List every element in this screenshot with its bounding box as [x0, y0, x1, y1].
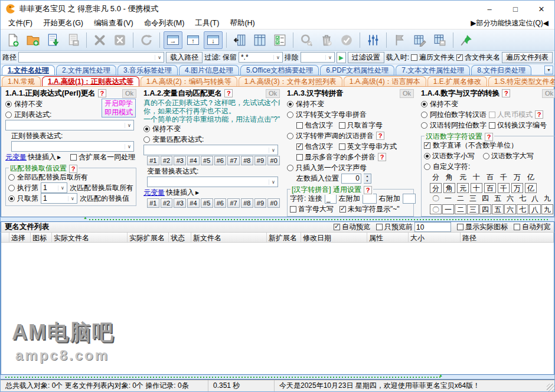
tab-ext-modify[interactable]: 1.E.扩展名修改 [427, 76, 487, 86]
horizontal-splitter[interactable]: ▲ [1, 217, 554, 222]
chevron-down-icon[interactable]: ∨ [125, 144, 133, 149]
chevron-down-icon[interactable]: ∨ [269, 148, 278, 153]
help-button[interactable]: ? [224, 89, 233, 97]
save-table-button[interactable] [430, 31, 449, 49]
include-ext-checkbox[interactable]: 含扩展名一同处理 [70, 152, 135, 162]
exclude-combo[interactable]: ∨ [301, 52, 335, 63]
chevron-down-icon[interactable]: ∨ [125, 123, 133, 128]
column-header-new-filename[interactable]: 新文件名 [191, 233, 267, 242]
checklist-button[interactable] [270, 31, 289, 49]
menu-tools[interactable]: 工具(T) [190, 17, 224, 30]
save-list-button[interactable] [64, 31, 83, 49]
traverse-folders-checkbox[interactable]: 遍历文件夹 [411, 53, 455, 63]
number-keep-radio[interactable]: 保持不变 [421, 99, 555, 109]
filter-settings-button[interactable]: 过滤设置 [348, 52, 384, 63]
column-header-path[interactable]: 路径 [461, 233, 554, 242]
unit-char-input[interactable]: 千 [498, 183, 510, 193]
unit-char-input[interactable]: 亿 [525, 183, 537, 193]
pinyin-first-letter-checkbox[interactable]: 只取首字母 [339, 120, 383, 130]
column-header-real-filename[interactable]: 实际文件名 [52, 233, 128, 242]
preview-count-input[interactable] [414, 222, 451, 232]
var-button-4[interactable]: #4 [187, 198, 200, 208]
column-header-modified-date[interactable]: 修改日期 [301, 233, 367, 242]
variable-match-combo[interactable]: ∨ [143, 145, 278, 155]
tab-office-summary[interactable]: 5.Office文档摘要处理 [240, 65, 319, 75]
tone-letter-string-checkbox[interactable]: 英文字母串方式 [339, 142, 397, 152]
path-combo[interactable]: ∨ [18, 52, 164, 63]
column-header-select[interactable]: 选择 [9, 233, 31, 242]
table-body[interactable]: AM电脑吧 ampc8.com [1, 243, 554, 374]
pinyin-initial-radio[interactable]: 只插入第一个汉字声母 [287, 162, 414, 173]
var-button-2[interactable]: #2 [161, 156, 173, 165]
var-button-7[interactable]: #7 [227, 198, 240, 208]
column-header-attributes[interactable]: 属性 [367, 233, 409, 242]
var-button-6[interactable]: #6 [214, 198, 227, 208]
menu-edit-view[interactable]: 编辑查看(V) [89, 17, 139, 30]
column-header-blank[interactable] [1, 233, 9, 242]
pin-button[interactable] [457, 31, 476, 49]
help-button[interactable]: ? [378, 153, 386, 161]
unit-char-input[interactable]: 角 [443, 183, 455, 193]
new-file-button[interactable] [4, 31, 22, 49]
help-button[interactable]: ? [376, 132, 384, 140]
digit-char-input[interactable]: 七 [517, 204, 528, 214]
ok-chip[interactable]: Ok [122, 89, 136, 98]
ok-chip[interactable]: Ok [266, 89, 280, 98]
connect-char-input[interactable] [325, 194, 337, 204]
flag-button[interactable] [390, 31, 409, 49]
digit-char-input[interactable]: 〇 [430, 204, 442, 214]
auto-column-width-checkbox[interactable]: 自动列宽 [514, 222, 550, 232]
variable-match-radio[interactable]: 变量匹配表达式: [143, 134, 280, 145]
chevron-down-icon[interactable]: ∨ [273, 55, 282, 60]
arab-to-cn-radio[interactable]: 阿拉伯数字转汉语 人民币模式 ? [421, 109, 555, 120]
add-folder-button[interactable] [24, 31, 43, 49]
close-button[interactable]: ✕ [528, 1, 554, 17]
preview-first-checkbox[interactable]: 只预览前 [376, 222, 451, 232]
take-count-combo[interactable]: 1 ∨ [41, 193, 77, 204]
cn-to-arab-radio[interactable]: 汉语转阿拉伯数字 仅转换汉字编号 [421, 120, 555, 130]
menu-rename[interactable]: 开始更名(G) [38, 17, 89, 30]
variable-keep-radio[interactable]: 保持不变 [143, 123, 280, 134]
var-button-4[interactable]: #4 [187, 156, 200, 165]
splitter-grip-icon[interactable]: ▲ [83, 215, 87, 220]
tab-normal[interactable]: 1.N.常规 [2, 76, 41, 86]
insert-pos-input[interactable] [341, 174, 361, 184]
remove-button[interactable] [110, 31, 129, 49]
var-button-9[interactable]: #9 [254, 156, 267, 165]
delete-button[interactable] [90, 31, 109, 49]
tab-music-tag[interactable]: 3.音乐标签处理 [117, 65, 178, 75]
custom-chars-radio[interactable]: 自定义字符: [424, 161, 553, 172]
help-button[interactable]: ? [502, 89, 510, 97]
column-header-size[interactable]: 大小 [409, 233, 461, 242]
chevron-down-icon[interactable]: ∨ [68, 196, 77, 201]
load-list-button[interactable] [44, 31, 63, 49]
tab-file-attr[interactable]: 2.文件属性处理 [56, 65, 116, 75]
panel-top-toggle[interactable]: ↑ [184, 31, 203, 49]
tab-adv-mapping-list[interactable]: 1.A.高级(3)：文件名对照列表 [239, 76, 342, 86]
var-button-3[interactable]: #3 [174, 198, 186, 208]
tab-image-info[interactable]: 4.图片信息处理 [179, 65, 239, 75]
load-path-button[interactable]: 载入路径 [166, 52, 203, 63]
var-button-6[interactable]: #6 [214, 156, 227, 165]
insert-pos-stepper[interactable]: ▲ ▼ [364, 174, 371, 184]
refresh-button[interactable] [137, 31, 156, 49]
panel-right-toggle[interactable]: → [164, 31, 182, 49]
digit-char-input[interactable]: 八 [529, 204, 541, 214]
unit-char-input[interactable]: 万 [511, 183, 523, 193]
rmb-mode-checkbox[interactable]: 人民币模式 [489, 110, 533, 120]
traverse-file-list-button[interactable]: 遍历文件列表 [502, 52, 553, 63]
minimize-button[interactable]: – [476, 1, 502, 17]
resize-grip[interactable] [547, 384, 554, 391]
digit-char-input[interactable]: 九 [541, 204, 553, 214]
keep-filter-combo[interactable]: *.* ∨ [239, 52, 283, 63]
digit-char-input[interactable]: 四 [479, 204, 491, 214]
variable-replace-combo[interactable]: ∨ [147, 177, 278, 187]
menu-file[interactable]: 文件(F) [3, 17, 38, 30]
maximize-button[interactable]: □ [502, 1, 528, 17]
include-folder-name-checkbox[interactable]: 含文件夹名 [456, 53, 500, 63]
var-button-0[interactable]: #0 [267, 198, 280, 208]
spin-up-icon[interactable]: ▲ [364, 174, 371, 179]
learn-mode-button[interactable]: 开启即学 即用模式 [102, 99, 136, 117]
only-numbered-checkbox[interactable]: 仅转换汉字编号 [489, 120, 547, 130]
columns-button[interactable] [250, 31, 269, 49]
